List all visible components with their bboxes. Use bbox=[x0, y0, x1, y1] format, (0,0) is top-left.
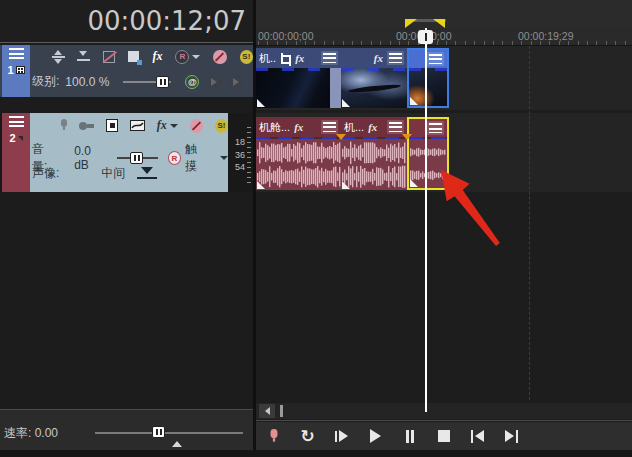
fade-handle[interactable] bbox=[410, 97, 418, 105]
event-menu-icon[interactable] bbox=[321, 51, 338, 65]
audio-fx-icon[interactable]: fx bbox=[157, 118, 167, 133]
clip-label: 机... bbox=[344, 120, 364, 135]
grid-line bbox=[529, 46, 530, 400]
fade-handle[interactable] bbox=[257, 99, 265, 107]
track-fx-icon[interactable]: fx bbox=[152, 49, 162, 64]
pan-crop-icon[interactable] bbox=[280, 53, 291, 64]
dim-play-icon[interactable] bbox=[207, 75, 221, 89]
level-label: 级别: bbox=[32, 73, 59, 90]
audio-clip[interactable]: 机... fx bbox=[341, 117, 407, 190]
rate-default-marker bbox=[172, 441, 182, 447]
meter-tick-marks bbox=[247, 127, 251, 187]
video-clip[interactable]: fx bbox=[341, 48, 407, 108]
go-to-start-button[interactable] bbox=[465, 424, 490, 448]
audio-track-strip[interactable]: 2 bbox=[2, 113, 30, 192]
pan-slider[interactable] bbox=[137, 167, 157, 180]
loop-playback-button[interactable]: ↻ bbox=[295, 424, 320, 448]
audio-clip[interactable]: 机舱... fx bbox=[256, 117, 341, 190]
event-menu-icon[interactable] bbox=[387, 51, 404, 65]
event-fx-icon[interactable]: fx bbox=[374, 52, 383, 64]
pause-button[interactable] bbox=[397, 424, 422, 448]
envelope-point-icon[interactable] bbox=[336, 134, 346, 140]
automation-settings-icon[interactable]: R bbox=[168, 151, 181, 165]
fade-handle[interactable] bbox=[257, 181, 265, 189]
stop-button[interactable] bbox=[431, 424, 456, 448]
loop-out-marker-icon[interactable] bbox=[433, 19, 445, 28]
event-fx-icon[interactable]: fx bbox=[295, 52, 304, 64]
divider bbox=[256, 420, 632, 421]
rate-slider-handle[interactable] bbox=[152, 426, 165, 438]
timecode-display[interactable]: 00:00:12;07 bbox=[0, 0, 253, 43]
solo-icon[interactable]: S! bbox=[240, 50, 253, 64]
play-from-start-button[interactable] bbox=[329, 424, 354, 448]
dim-loop-icon[interactable] bbox=[229, 75, 243, 89]
track-menu-icon[interactable] bbox=[9, 48, 24, 59]
loop-in-marker-icon[interactable] bbox=[405, 19, 417, 28]
audio-track-icon bbox=[18, 136, 23, 141]
input-routing-icon[interactable] bbox=[79, 121, 93, 131]
track-fx-chain-icon[interactable] bbox=[106, 119, 118, 132]
arm-record-icon[interactable] bbox=[60, 119, 67, 132]
volume-slider[interactable] bbox=[117, 151, 157, 165]
audio-waveform bbox=[341, 137, 407, 190]
transport-bar: ↻ bbox=[256, 422, 632, 450]
track-motion-icon[interactable] bbox=[128, 51, 139, 62]
mute-icon[interactable] bbox=[213, 50, 226, 64]
rate-slider-track[interactable] bbox=[95, 432, 243, 434]
automation-dropdown-icon[interactable] bbox=[192, 55, 200, 59]
scrollbar-thumb[interactable] bbox=[280, 405, 283, 417]
meter-tick: 54 bbox=[235, 162, 245, 172]
automation-mode-dropdown-icon[interactable] bbox=[220, 156, 228, 160]
playback-rate-bar: 速率: 0.00 bbox=[0, 409, 253, 450]
rate-value: 0.00 bbox=[35, 426, 58, 440]
event-menu-icon[interactable] bbox=[427, 52, 444, 66]
fx-automation-icon[interactable]: @ bbox=[185, 75, 199, 89]
video-editor-window: 00:00:12;07 1 fx R S! bbox=[0, 0, 632, 457]
go-to-end-button[interactable] bbox=[499, 424, 524, 448]
meter-tick: 18 bbox=[235, 137, 245, 147]
scroll-left-button[interactable] bbox=[259, 404, 275, 418]
horizontal-scrollbar[interactable] bbox=[256, 403, 632, 419]
event-fx-icon[interactable]: fx bbox=[368, 121, 377, 133]
audio-waveform bbox=[256, 137, 341, 190]
fade-handle[interactable] bbox=[410, 179, 418, 187]
event-fx-icon[interactable]: fx bbox=[294, 121, 303, 133]
timeline-panel: 00:00:00;00 00:00:10;00 00:00:19;29 机.. … bbox=[256, 0, 632, 457]
bypass-motion-blur-icon[interactable] bbox=[103, 51, 115, 63]
play-button[interactable] bbox=[363, 424, 388, 448]
rate-label: 速率: bbox=[4, 426, 31, 440]
video-thumbnail bbox=[341, 68, 407, 108]
video-track-number: 1 bbox=[7, 64, 24, 76]
video-clip-selected[interactable] bbox=[407, 48, 449, 108]
fade-handle[interactable] bbox=[342, 181, 350, 189]
video-track-strip[interactable]: 1 bbox=[2, 45, 30, 97]
level-value[interactable]: 100.0 % bbox=[65, 75, 109, 89]
event-menu-icon[interactable] bbox=[427, 121, 444, 135]
fade-handle[interactable] bbox=[342, 99, 350, 107]
event-menu-icon[interactable] bbox=[321, 120, 338, 134]
pan-value[interactable]: 中间 bbox=[101, 165, 125, 182]
track-menu-icon[interactable] bbox=[9, 116, 24, 127]
expand-track-height-icon[interactable] bbox=[52, 50, 64, 64]
video-track-icon bbox=[16, 66, 25, 74]
event-menu-icon[interactable] bbox=[387, 120, 404, 134]
solo-icon[interactable]: S! bbox=[215, 119, 228, 133]
playhead-handle[interactable] bbox=[418, 30, 433, 44]
marker-bar[interactable] bbox=[256, 0, 632, 28]
minimize-track-height-icon[interactable] bbox=[77, 51, 89, 63]
fx-dropdown-icon[interactable] bbox=[170, 124, 178, 128]
pan-label: 声像: bbox=[32, 165, 59, 182]
fade-envelope-icon[interactable] bbox=[130, 120, 145, 131]
playhead-line[interactable] bbox=[425, 28, 427, 412]
record-button[interactable] bbox=[261, 424, 286, 448]
ruler-ticks bbox=[258, 41, 632, 45]
envelope-point-icon[interactable] bbox=[402, 134, 412, 140]
mute-icon[interactable] bbox=[190, 119, 203, 133]
automation-settings-icon[interactable]: R bbox=[175, 50, 189, 64]
video-clip[interactable]: 机.. fx bbox=[256, 48, 341, 108]
audio-track-controls: fx S! 音量: 0.0 dB R 触摸 声像: 中间 bbox=[30, 113, 228, 192]
meter-tick: 36 bbox=[235, 150, 245, 160]
level-slider[interactable] bbox=[123, 75, 171, 89]
clip-label: 机舱... bbox=[259, 120, 290, 135]
time-ruler[interactable]: 00:00:00;00 00:00:10;00 00:00:19;29 bbox=[256, 28, 632, 46]
